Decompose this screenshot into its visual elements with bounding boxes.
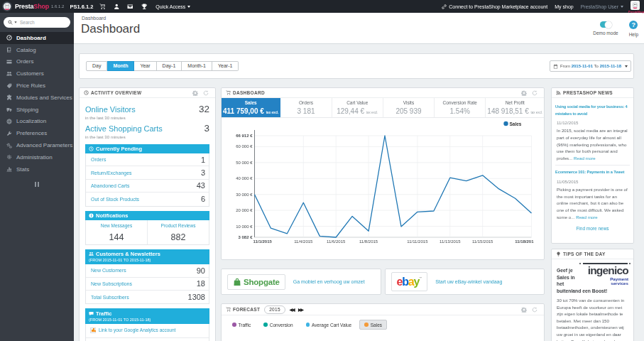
cart-icon — [226, 90, 231, 95]
ebay-link[interactable]: Start uw eBay-winkel vandaag — [435, 279, 502, 284]
gear-icon[interactable] — [521, 307, 527, 313]
shopgate-link[interactable]: Ga mobiel en verhoog uw omzet — [293, 279, 365, 284]
my-shop-link[interactable]: My shop — [555, 4, 573, 9]
help-icon[interactable]: ? — [629, 21, 638, 29]
kpi-visits[interactable]: Visits205 939 — [383, 98, 435, 117]
svg-text:11/15/2015: 11/15/2015 — [472, 239, 493, 244]
sidebar-item-shipping[interactable]: Shipping — [0, 104, 74, 116]
search-input[interactable] — [20, 20, 67, 25]
range-day-button[interactable]: Day — [86, 61, 107, 71]
range-day-1-button[interactable]: Day-1 — [157, 61, 182, 71]
google-analytics-row: Link to your Google Analytics account — [86, 324, 209, 337]
sales-dot-icon — [364, 323, 369, 327]
shopgate-ad[interactable]: Shopgate Ga mobiel en verhoog uw omzet — [221, 269, 381, 295]
sidebar-search[interactable] — [4, 17, 70, 28]
customers-icon[interactable] — [114, 4, 120, 10]
gear-icon[interactable] — [521, 90, 527, 96]
sidebar-item-administration[interactable]: Administration — [0, 151, 74, 163]
legend-average-cart-value[interactable]: Average Cart Value — [301, 320, 357, 330]
trophy-icon[interactable] — [141, 4, 148, 10]
news-header: PRESTASHOP NEWS — [552, 88, 633, 98]
shop-name[interactable]: PS1.6.1.2 — [70, 4, 93, 10]
gear-icon[interactable] — [192, 90, 198, 96]
read-more-link[interactable]: Read more — [576, 215, 598, 220]
svg-text:11/1/2015: 11/1/2015 — [253, 239, 273, 244]
cart-icon[interactable] — [99, 4, 106, 10]
product-reviews-link[interactable]: Product Reviews — [149, 223, 207, 228]
quick-access-menu[interactable]: Quick Access — [155, 4, 190, 9]
forecast-year[interactable]: 2015 — [264, 305, 285, 314]
read-more-link[interactable]: Read more — [574, 156, 596, 161]
menu-collapse-button[interactable] — [0, 182, 74, 187]
avatar[interactable]: PrestaShop — [631, 1, 640, 12]
refresh-icon[interactable] — [203, 90, 209, 96]
kpi-conversion-rate[interactable]: Conversion Rate1.54% — [435, 98, 486, 117]
range-month-1-button[interactable]: Month-1 — [182, 61, 212, 71]
out-of-stock-link[interactable]: Out of Stock Products — [91, 197, 139, 202]
sidebar-item-stats[interactable]: Stats — [0, 163, 74, 175]
total-subscribers-link[interactable]: Total Subscribers — [91, 295, 129, 300]
sidebar-item-localization[interactable]: Localization — [0, 116, 74, 128]
svg-text:10 000 €: 10 000 € — [236, 224, 253, 229]
clock-icon — [89, 146, 94, 151]
currently-pending-header: Currently Pending — [85, 144, 209, 153]
sidebar-item-price-rules[interactable]: Price Rules — [0, 80, 74, 92]
svg-text:66 912 €: 66 912 € — [236, 134, 253, 138]
sidebar-item-customers[interactable]: Customers — [0, 67, 74, 80]
sidebar-item-preferences[interactable]: Preferences — [0, 127, 74, 139]
abandoned-carts-link[interactable]: Abandoned Carts — [91, 183, 129, 188]
pending-returns-link[interactable]: Return/Exchanges — [91, 170, 132, 175]
active-carts-link[interactable]: Active Shopping Carts — [85, 125, 163, 133]
prestashop-logo[interactable] — [2, 1, 12, 11]
legend-conversion[interactable]: Conversion — [258, 320, 298, 330]
dashboard-panel: DASHBOARD Sales411 759,00 € tax excl. Or… — [221, 87, 545, 260]
caret-down-icon — [621, 6, 623, 8]
kpi-sales[interactable]: Sales411 759,00 € tax excl. — [222, 98, 280, 117]
legend-traffic[interactable]: Traffic — [227, 320, 256, 330]
range-year-1-button[interactable]: Year-1 — [212, 61, 239, 71]
google-analytics-link[interactable]: Link to your Google Analytics account — [99, 328, 175, 332]
kpi-net-profit[interactable]: Net Profit148 918,51 € tax excl. — [486, 98, 544, 117]
news-article-title[interactable]: Ecommerce 101: Payments in a Tweet — [555, 169, 630, 176]
sidebar-item-advanced-parameters[interactable]: Advanced Parameters — [0, 139, 74, 151]
messages-icon[interactable] — [127, 4, 133, 10]
date-range-picker[interactable]: From 2015-11-01 To 2015-11-18 — [550, 60, 631, 72]
sidebar-item-modules[interactable]: Modules and Services — [0, 92, 74, 104]
preferences-icon — [6, 131, 12, 136]
user-menu[interactable]: PrestaShop User — [581, 4, 623, 9]
new-customers-link[interactable]: New Customers — [91, 268, 126, 273]
next-year-button[interactable]: ▶▶ — [298, 307, 302, 312]
find-more-news-link[interactable]: Find more news — [555, 226, 630, 231]
sidebar-item-orders[interactable]: Orders — [0, 56, 74, 68]
news-article-title[interactable]: Using social media for your business: 4 … — [555, 104, 630, 117]
activity-overview-header: ACTIVITY OVERVIEW — [80, 88, 215, 98]
active-carts-value: 3 — [204, 124, 209, 134]
traffic-header: Traffic (FROM 2015-11-01 TO 2015-11-18) — [85, 308, 209, 324]
previous-year-button[interactable]: ◀◀ — [290, 307, 294, 312]
average-cart-value-dot-icon — [306, 323, 310, 327]
demo-mode-control: Demo mode — [593, 21, 618, 36]
demo-mode-toggle[interactable] — [600, 21, 611, 28]
tips-header: TIPS OF THE DAY — [552, 249, 633, 259]
shipping-icon — [6, 107, 12, 112]
customers-rows: New Customers90 New Subscriptions18 Tota… — [85, 264, 209, 304]
online-visitors-link[interactable]: Online Visitors — [85, 106, 136, 114]
refresh-icon[interactable] — [532, 307, 537, 313]
new-messages-link[interactable]: New Messages — [87, 223, 146, 228]
refresh-icon[interactable] — [532, 90, 537, 96]
range-month-button[interactable]: Month — [107, 61, 134, 71]
pending-orders-link[interactable]: Orders — [91, 157, 106, 162]
sidebar-item-dashboard[interactable]: Dashboard — [0, 32, 74, 44]
range-year-button[interactable]: Year — [134, 61, 156, 71]
svg-text:11/11/2015: 11/11/2015 — [407, 239, 428, 244]
sidebar-item-catalog[interactable]: Catalog — [0, 44, 74, 56]
traffic-rows: Link to your Google Analytics account — [85, 324, 209, 341]
kpi-orders[interactable]: Orders3 181 — [280, 98, 332, 117]
help-control: ? Help — [629, 21, 638, 37]
kpi-cart-value[interactable]: Cart Value129,44 € tax excl. — [332, 98, 383, 117]
svg-text:60 000 €: 60 000 € — [236, 144, 253, 148]
new-subscriptions-link[interactable]: New Subscriptions — [91, 281, 132, 286]
legend-sales[interactable]: Sales — [359, 320, 387, 330]
marketplace-link[interactable]: Connect to PrestaShop Marketplace accoun… — [442, 4, 547, 9]
ebay-ad[interactable]: ebay™ Start uw eBay-winkel vandaag — [385, 269, 545, 295]
